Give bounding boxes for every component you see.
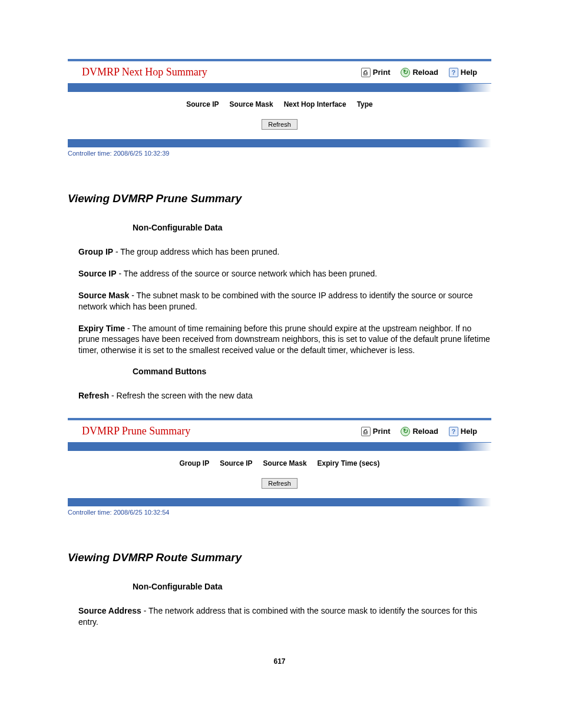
print-icon: ⎙ <box>361 427 371 436</box>
col-header: Type <box>357 100 373 108</box>
field-description: Source Mask - The subnet mask to be comb… <box>78 290 491 312</box>
col-header: Source Mask <box>230 100 273 108</box>
field-description: Expiry Time - The amount of time remaini… <box>78 323 491 357</box>
field-description: Source Address - The network address tha… <box>78 605 491 628</box>
panel-title: DVMRP Next Hop Summary <box>82 66 361 78</box>
panel-body: Source IP Source Mask Next Hop Interface… <box>68 92 491 139</box>
print-label: Print <box>373 68 391 77</box>
col-header: Expiry Time (secs) <box>318 459 380 467</box>
controller-time: Controller time: 2008/6/25 10:32:54 <box>68 506 491 516</box>
reload-label: Reload <box>412 427 438 436</box>
panel-header: DVMRP Prune Summary ⎙ Print ↻ Reload ? H… <box>68 420 491 443</box>
print-button[interactable]: ⎙ Print <box>361 68 391 77</box>
page-number: 617 <box>68 657 491 666</box>
col-header: Source Mask <box>263 459 307 467</box>
next-hop-summary-panel: DVMRP Next Hop Summary ⎙ Print ↻ Reload … <box>68 59 491 157</box>
print-label: Print <box>373 427 391 436</box>
nonconf-heading: Non-Configurable Data <box>133 582 491 591</box>
prune-summary-panel: DVMRP Prune Summary ⎙ Print ↻ Reload ? H… <box>68 418 491 516</box>
help-label: Help <box>461 68 477 77</box>
cmd-heading: Command Buttons <box>133 367 491 376</box>
help-button[interactable]: ? Help <box>449 68 477 77</box>
section-heading-prune: Viewing DVMRP Prune Summary <box>68 192 491 205</box>
field-description: Group IP - The group address which has b… <box>78 246 491 258</box>
help-label: Help <box>461 427 477 436</box>
field-description: Source IP - The address of the source or… <box>78 268 491 279</box>
reload-icon: ↻ <box>401 68 410 77</box>
divider-bar <box>68 84 491 92</box>
field-description: Refresh - Refresh the screen with the ne… <box>78 390 491 401</box>
print-icon: ⎙ <box>361 68 371 77</box>
reload-icon: ↻ <box>401 427 410 436</box>
col-header: Next Hop Interface <box>284 100 346 108</box>
col-header: Source IP <box>220 459 252 467</box>
reload-label: Reload <box>412 68 438 77</box>
refresh-button[interactable]: Refresh <box>262 478 297 489</box>
refresh-button[interactable]: Refresh <box>262 119 297 130</box>
print-button[interactable]: ⎙ Print <box>361 427 391 436</box>
controller-time: Controller time: 2008/6/25 10:32:39 <box>68 147 491 157</box>
help-button[interactable]: ? Help <box>449 427 477 436</box>
divider-bar <box>68 139 491 147</box>
column-headers: Group IP Source IP Source Mask Expiry Ti… <box>74 459 485 467</box>
divider-bar <box>68 443 491 451</box>
panel-body: Group IP Source IP Source Mask Expiry Ti… <box>68 451 491 498</box>
nonconf-heading: Non-Configurable Data <box>133 223 491 232</box>
divider-bar <box>68 498 491 506</box>
help-icon: ? <box>449 68 458 77</box>
col-header: Group IP <box>180 459 210 467</box>
help-icon: ? <box>449 427 458 436</box>
reload-button[interactable]: ↻ Reload <box>401 68 438 77</box>
panel-header: DVMRP Next Hop Summary ⎙ Print ↻ Reload … <box>68 61 491 84</box>
column-headers: Source IP Source Mask Next Hop Interface… <box>74 100 485 108</box>
panel-title: DVMRP Prune Summary <box>82 425 361 437</box>
col-header: Source IP <box>186 100 219 108</box>
reload-button[interactable]: ↻ Reload <box>401 427 438 436</box>
section-heading-route: Viewing DVMRP Route Summary <box>68 551 491 564</box>
